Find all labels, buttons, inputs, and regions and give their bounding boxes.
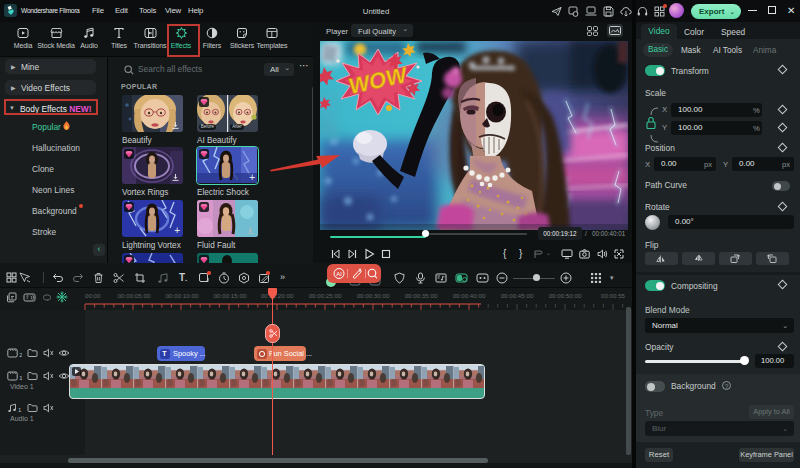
svg-text:1: 1 [18, 407, 22, 413]
svg-text:2: 2 [19, 352, 22, 358]
svg-text:AI: AI [336, 271, 342, 277]
svg-text:1: 1 [19, 375, 22, 381]
